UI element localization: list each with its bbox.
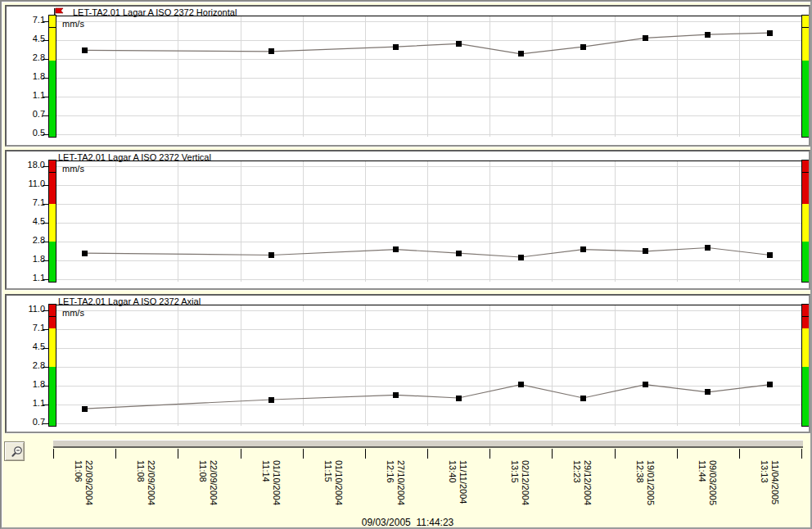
data-point-marker[interactable] <box>82 251 88 256</box>
gridlines <box>56 16 802 137</box>
alarm-zone-bar-left <box>48 160 56 283</box>
gridlines <box>56 305 802 426</box>
alarm-zone-bar-right <box>801 304 809 427</box>
x-axis-tick <box>801 449 802 459</box>
chart-plot-area[interactable] <box>7 296 809 432</box>
data-point-marker[interactable] <box>643 248 648 254</box>
y-axis-tick-label: 4.5 <box>9 34 45 44</box>
x-axis-label-date: 19/01/2005 <box>645 460 656 505</box>
x-axis-label: 27/10/200412:16 <box>385 460 406 505</box>
y-axis-tick-label: 1.8 <box>9 71 45 82</box>
x-axis-label-date: 22/09/2004 <box>146 460 156 505</box>
data-point-marker[interactable] <box>393 246 399 252</box>
trend-chart-panel-vertical: LET-TA2.01 Lagar A ISO 2372 Vertical18.0… <box>5 150 810 290</box>
y-axis-tick-label: 11.0 <box>9 304 45 314</box>
x-axis-scrollbar[interactable] <box>53 440 803 448</box>
alarm-zone-bar-right <box>801 15 809 138</box>
x-axis-tick <box>53 449 54 459</box>
x-axis-tick <box>552 449 553 459</box>
data-point-marker[interactable] <box>705 32 710 38</box>
y-axis-tick-label: 1.1 <box>9 90 45 101</box>
x-axis-tick <box>489 449 490 459</box>
x-axis-tick <box>241 449 241 459</box>
data-point-marker[interactable] <box>268 252 274 258</box>
y-axis-tick-label: 0.7 <box>9 417 45 427</box>
y-axis-tick-label: 4.5 <box>9 216 45 227</box>
data-point-marker[interactable] <box>518 255 524 260</box>
x-axis-label-date: 11/04/2005 <box>769 460 780 504</box>
unit-label: mm/s <box>62 164 84 174</box>
x-axis-label: 11/04/200513:13 <box>759 460 780 504</box>
y-axis-tick-label: 1.1 <box>9 398 45 409</box>
x-axis-label-date: 01/10/2004 <box>271 460 282 505</box>
chart-plot-area[interactable] <box>7 7 809 145</box>
x-axis-label-date: 27/10/2004 <box>395 460 406 505</box>
x-axis-label-time: 12:16 <box>385 460 395 505</box>
data-point-marker[interactable] <box>580 44 586 50</box>
data-point-marker[interactable] <box>518 382 524 387</box>
data-point-marker[interactable] <box>643 382 648 387</box>
x-axis-label-time: 13:40 <box>447 460 458 504</box>
data-point-marker[interactable] <box>767 30 773 36</box>
alarm-zone-bar-right <box>801 160 809 283</box>
x-axis-label-time: 13:13 <box>759 460 769 504</box>
x-axis-label: 22/09/200411:06 <box>73 460 94 505</box>
x-axis-tick <box>303 449 304 459</box>
y-axis-tick-label: 2.8 <box>9 360 45 371</box>
zoom-out-button[interactable] <box>4 441 25 461</box>
y-axis-tick-label: 1.8 <box>9 254 45 264</box>
x-axis-label-time: 12:38 <box>634 460 645 505</box>
x-axis-tick <box>615 449 616 459</box>
x-axis-label-time: 11:14 <box>260 460 271 505</box>
x-axis-label-time: 12:23 <box>571 460 582 505</box>
y-axis-tick-label: 7.1 <box>9 15 45 25</box>
x-axis-label-time: 11:08 <box>197 460 208 505</box>
x-axis-label: 02/12/200413:15 <box>509 460 530 505</box>
x-axis-label-time: 11:08 <box>135 460 146 505</box>
unit-label: mm/s <box>62 19 84 29</box>
data-point-marker[interactable] <box>268 397 274 403</box>
x-axis-label: 29/12/200412:23 <box>571 460 593 505</box>
status-datetime: 09/03/2005 11:44:23 <box>2 517 812 528</box>
data-point-marker[interactable] <box>705 245 710 251</box>
x-axis-label-date: 02/12/2004 <box>520 460 530 505</box>
y-axis-tick-label: 11.0 <box>9 179 45 189</box>
chart-plot-area[interactable] <box>7 151 809 288</box>
alarm-zone-bar-left <box>48 15 56 138</box>
x-axis-tick <box>115 449 116 459</box>
data-point-marker[interactable] <box>580 246 586 252</box>
x-axis-label: 22/09/200411:08 <box>135 460 156 505</box>
trend-chart-panel-horizontal: LET-TA2.01 Lagar A ISO 2372 Horizontal7.… <box>5 5 810 147</box>
data-point-marker[interactable] <box>456 41 462 47</box>
trend-window: LET-TA2.01 Lagar A ISO 2372 Horizontal7.… <box>0 0 812 529</box>
x-axis-area: 22/09/200411:0622/09/200411:0822/09/2004… <box>2 439 812 529</box>
x-axis-tick <box>739 449 740 459</box>
data-point-marker[interactable] <box>393 392 399 398</box>
unit-label: mm/s <box>62 308 84 318</box>
x-axis-tick <box>178 449 178 459</box>
x-axis-label: 01/10/200411:14 <box>260 460 282 505</box>
data-point-marker[interactable] <box>82 406 88 412</box>
x-axis-label: 01/10/200411:15 <box>323 460 344 505</box>
x-axis-label-time: 11:06 <box>73 460 83 505</box>
x-axis-label-date: 29/12/2004 <box>582 460 593 505</box>
data-point-marker[interactable] <box>393 44 399 50</box>
magnifier-minus-icon <box>10 445 24 459</box>
x-axis-tick <box>365 449 366 459</box>
x-axis-label-time: 11:15 <box>323 460 333 505</box>
x-axis-label-time: 13:15 <box>509 460 520 505</box>
data-point-marker[interactable] <box>705 389 710 395</box>
data-point-marker[interactable] <box>268 48 274 54</box>
y-axis-tick-label: 7.1 <box>9 197 45 208</box>
data-point-marker[interactable] <box>456 396 462 401</box>
data-point-marker[interactable] <box>580 396 586 401</box>
data-point-marker[interactable] <box>456 251 462 256</box>
data-point-marker[interactable] <box>643 35 648 41</box>
data-point-marker[interactable] <box>82 47 88 53</box>
x-axis-label: 19/01/200512:38 <box>634 460 656 505</box>
y-axis-tick-label: 0.5 <box>9 128 45 138</box>
data-point-marker[interactable] <box>518 51 524 57</box>
y-axis-tick-label: 2.8 <box>9 52 45 63</box>
data-point-marker[interactable] <box>767 382 773 387</box>
data-point-marker[interactable] <box>767 252 773 258</box>
